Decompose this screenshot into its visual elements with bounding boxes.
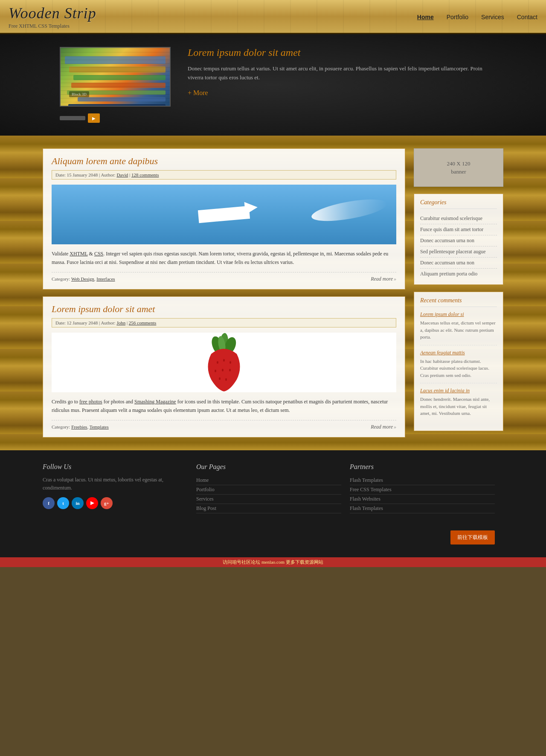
categories-title: Categories [420,199,497,209]
post-date-label-2: Date: [55,320,67,325]
follow-us-title: Follow Us [43,463,188,471]
banner-more-link[interactable]: + More [188,89,486,97]
recent-comments-title: Recent comments [420,297,497,307]
partner-flash-templates[interactable]: Flash Templates [350,477,383,483]
footer-link-portfolio[interactable]: Portfolio [196,487,215,492]
googleplus-icon[interactable]: g+ [101,497,113,509]
list-item[interactable]: Sed pellentesque placerat augue [420,246,497,258]
link-smashing[interactable]: Smashing Magazine [134,399,176,405]
posts-column: Aliquam lorem ante dapibus Date: 15 Janu… [43,148,405,437]
plane-shape [198,206,250,223]
list-item[interactable]: Fusce quis diam sit amet tortor [420,224,497,235]
post-date-label-1: Date: [55,172,67,177]
read-more-1[interactable]: Read more » [371,276,396,282]
header: Wooden Strip Free XHTML CSS Templates Ho… [0,0,546,34]
facebook-icon[interactable]: f [43,497,55,509]
partner-flash-templates-2[interactable]: Flash Templates [350,505,383,511]
site-subtitle: Free XHTML CSS Templates [9,23,96,29]
post-footer-2: Category: Freebies, Templates Read more … [52,420,396,430]
svg-point-5 [223,359,225,362]
comment-link-2[interactable]: Aenean feugiat mattis [420,350,497,356]
nav-services[interactable]: Services [481,14,504,20]
svg-point-4 [217,361,218,364]
cat-interfaces[interactable]: Interfaces [96,276,115,281]
partners-title: Partners [350,463,495,471]
footer-cta-button[interactable]: 前往下载模板 [450,530,495,545]
post-image-1 [52,185,396,244]
post-comments-1[interactable]: 128 comments [131,172,159,177]
cat-webdesign[interactable]: Web Design [71,276,94,281]
cat-templates[interactable]: Templates [90,424,109,429]
nav-home[interactable]: Home [417,14,434,20]
list-item[interactable]: Curabitur euismod scelerisque [420,213,497,224]
read-more-arrows-1: » [394,276,396,282]
read-more-2[interactable]: Read more » [371,424,396,430]
nav-contact[interactable]: Contact [517,14,537,20]
sidebar: 240 X 120banner Categories Curabitur eui… [414,148,503,437]
footer: Follow Us Cras a volutpat lacus. Ut nisi… [0,450,546,557]
svg-point-6 [229,361,231,364]
list-item[interactable]: Aliquam pretium porta odio [420,269,497,279]
list-item: Home [196,476,341,485]
nav-portfolio[interactable]: Portfolio [447,14,468,20]
post-title-1: Aliquam lorem ante dapibus [52,156,396,167]
list-item: Blog Post [196,504,341,513]
banner-content: Lorem ipsum dolor sit amet Donec tempus … [188,47,486,97]
comment-text-3: Donec hendrerit. Maecenas nisl ante, mol… [420,396,497,417]
post-author-1[interactable]: David [116,172,128,177]
footer-col-pages: Our Pages Home Portfolio Services Blog P… [196,463,350,545]
list-item[interactable]: Donec accumsan urna non [420,258,497,269]
footer-col-follow: Follow Us Cras a volutpat lacus. Ut nisi… [43,463,196,545]
follow-us-body: Cras a volutpat lacus. Ut nisi metus, lo… [43,476,188,492]
post-body-2: Credits go to free photos for photos and… [52,397,396,415]
svg-point-11 [225,378,227,381]
post-author-2[interactable]: John [116,320,125,325]
post-image-2 [52,333,396,392]
header-brand: Wooden Strip Free XHTML CSS Templates [9,4,96,29]
watermark: 访问咱号社区论坛 menlao.com 更多下载资源网站 [0,557,546,567]
comment-text-1: Maecenas tellus erat, dictum vel semper … [420,319,497,341]
post-date-2: 12 January 2048 [67,320,98,325]
banner-play-button[interactable] [88,113,100,123]
strawberry-svg [198,333,250,392]
social-icons: f t in ▶ g+ [43,497,188,509]
comment-text-2: In hac habitasse platea dictumst. Curabi… [420,358,497,379]
plane-image [52,185,396,244]
partner-flash-websites[interactable]: Flash Websites [350,496,380,502]
footer-pages-list: Home Portfolio Services Blog Post [196,476,341,513]
link-free-photos[interactable]: free photos [79,399,102,405]
post-title-2: Lorem ipsum dolor sit amet [52,304,396,315]
list-item: Flash Websites [350,495,495,504]
footer-link-home[interactable]: Home [196,477,209,483]
smoke-trail [310,195,389,226]
list-item[interactable]: Donec accumsan urna non [420,235,497,246]
cat-freebies[interactable]: Freebies [71,424,87,429]
plus-icon: + [188,89,192,97]
post-comments-2[interactable]: 256 comments [129,320,156,325]
footer-link-blogpost[interactable]: Blog Post [196,505,216,511]
recent-comment-3: Lacus enim id lacinia in Donec hendrerit… [420,388,497,421]
banner-area: Block 3D Lorem ipsum dolor sit amet Done… [0,34,546,136]
footer-link-services[interactable]: Services [196,496,214,502]
strawberry-image [52,333,396,392]
comment-link-1[interactable]: Lorem ipsum dolor si [420,311,497,318]
main-nav: Home Portfolio Services Contact [417,14,537,20]
footer-col-partners: Partners Flash Templates Free CSS Templa… [350,463,503,545]
comment-link-3[interactable]: Lacus enim id lacinia in [420,388,497,394]
post-meta-2: Date: 12 January 2048 | Author: John | 2… [52,318,396,327]
linkedin-icon[interactable]: in [72,497,84,509]
post-date-1: 15 January 2048 [67,172,98,177]
sidebar-recent-comments-widget: Recent comments Lorem ipsum dolor si Mae… [414,292,503,431]
youtube-icon[interactable]: ▶ [86,497,98,509]
partner-free-css[interactable]: Free CSS Templates [350,487,392,492]
site-title: Wooden Strip [9,4,96,22]
list-item: Flash Templates [350,476,495,485]
sidebar-banner: 240 X 120banner [414,148,503,187]
list-item: Portfolio [196,485,341,495]
twitter-icon[interactable]: t [57,497,69,509]
recent-comment-2: Aenean feugiat mattis In hac habitasse p… [420,350,497,384]
post-card-1: Aliquam lorem ante dapibus Date: 15 Janu… [43,148,405,290]
category-list: Curabitur euismod scelerisque Fusce quis… [420,213,497,279]
banner-image: Block 3D [60,47,171,107]
partner-links-list: Flash Templates Free CSS Templates Flash… [350,476,495,513]
